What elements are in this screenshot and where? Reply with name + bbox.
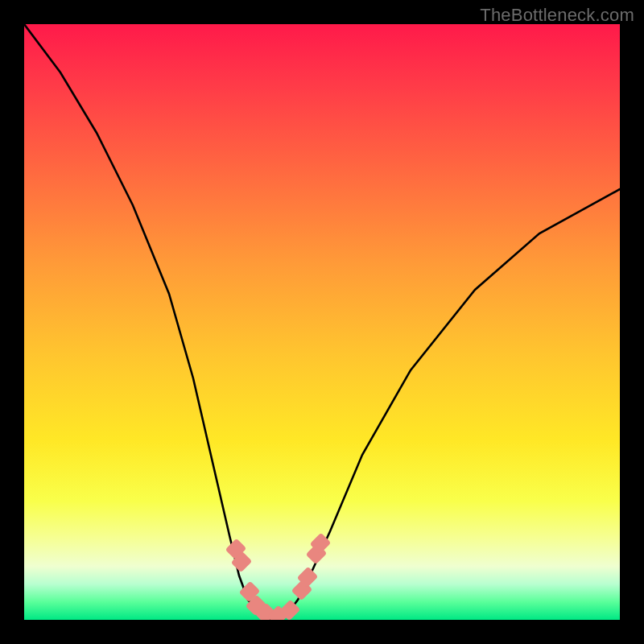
data-point-markers xyxy=(24,24,620,620)
chart-frame: TheBottleneck.com xyxy=(0,0,644,644)
watermark-text: TheBottleneck.com xyxy=(480,5,634,26)
chart-plot-area xyxy=(24,24,620,620)
